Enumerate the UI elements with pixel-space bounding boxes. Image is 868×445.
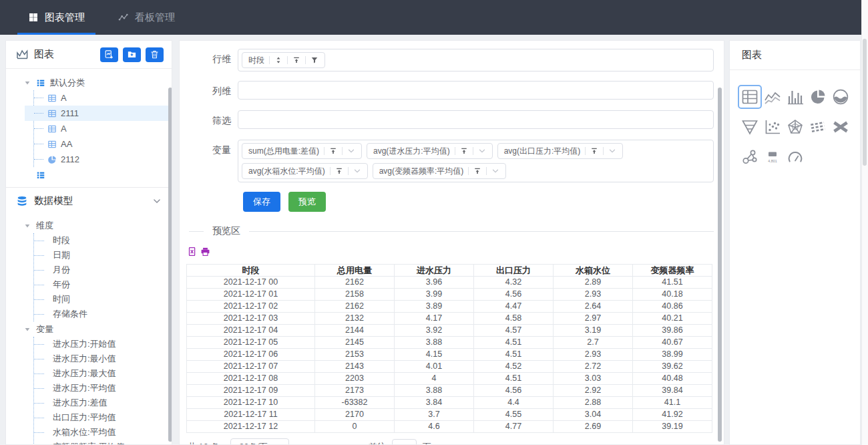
nav-tab-2[interactable]: 看板管理 — [110, 0, 183, 35]
table-cell: 40.67 — [633, 337, 712, 349]
page-scrollbar-thumb[interactable] — [863, 39, 867, 166]
measures-input[interactable]: sum(总用电量:差值)avg(进水压力:平均值)avg(出口压力:平均值)av… — [238, 140, 714, 182]
tree-category[interactable]: 默认分类 — [6, 75, 172, 90]
data-model-field[interactable]: 日期 — [34, 248, 172, 263]
center-panel-scrollbar[interactable] — [718, 88, 722, 442]
tree-item-chart[interactable]: A — [34, 121, 172, 136]
chart-tree: 默认分类A2111AAA2112 — [6, 69, 172, 182]
top-navbar: 图表管理看板管理 — [0, 0, 861, 35]
table-cell: 40.18 — [633, 289, 712, 301]
tree-item-chart[interactable]: 2112 — [34, 152, 172, 167]
data-model-field[interactable]: 存储条件 — [34, 307, 172, 321]
chart-type-table-chart[interactable] — [739, 86, 761, 108]
data-model-field[interactable]: 时间 — [34, 292, 172, 307]
current-page[interactable]: 1 — [327, 442, 332, 445]
funnel-icon[interactable] — [310, 56, 318, 64]
chart-type-cross-chart[interactable] — [830, 116, 851, 138]
chevron-down-icon[interactable] — [608, 147, 616, 155]
data-model-field[interactable]: 月份 — [34, 263, 172, 277]
caret-down-icon[interactable] — [24, 80, 31, 86]
chart-type-radar-chart[interactable] — [785, 116, 806, 138]
col-dimension-input[interactable] — [238, 81, 714, 100]
sort-icon[interactable] — [274, 56, 282, 64]
data-model-group[interactable]: 变量 — [6, 321, 172, 337]
chart-type-bar-chart[interactable] — [785, 86, 806, 108]
left-panel-scrollbar[interactable] — [168, 88, 172, 442]
page-size-select[interactable]: 30条/页 — [230, 438, 289, 445]
data-model-field[interactable]: 年份 — [34, 277, 172, 292]
data-model-field[interactable]: 时段 — [34, 233, 172, 248]
chart-type-relation-chart[interactable] — [739, 146, 761, 168]
data-model-field[interactable]: 变频器频率:平均值 — [34, 440, 172, 445]
chart-type-scatter-chart[interactable] — [762, 116, 783, 138]
data-model-field[interactable]: 进水压力:最小值 — [34, 351, 172, 366]
data-model-field[interactable]: 水箱水位:平均值 — [34, 425, 172, 440]
align-top-icon[interactable] — [590, 147, 598, 155]
chart-type-parallel-chart[interactable] — [807, 116, 829, 138]
tree-item-chart[interactable]: A — [34, 90, 172, 106]
data-model-field[interactable]: 进水压力:最大值 — [34, 366, 172, 381]
table-row: 2021-12-17 0721434.014.522.7239.62 — [187, 361, 712, 373]
print-icon[interactable] — [200, 247, 210, 257]
row-dimension-input[interactable]: 时段 — [238, 49, 714, 71]
tree-category[interactable] — [6, 167, 172, 182]
chevron-down-icon[interactable] — [353, 167, 361, 175]
goto-page-input[interactable] — [392, 439, 417, 445]
data-model-field-label: 进水压力:最小值 — [53, 353, 116, 365]
nav-tab-1[interactable]: 图表管理 — [20, 0, 93, 35]
add-folder-button[interactable] — [123, 47, 141, 62]
chart-type-line-chart[interactable] — [762, 86, 783, 108]
preview-table: 时段总用电量进水压力出口压力水箱水位变频器频率 2021-12-17 00216… — [186, 264, 712, 433]
caret-down-icon[interactable] — [24, 326, 31, 333]
filter-input[interactable] — [238, 110, 714, 129]
measure-chip[interactable]: avg(进水压力:平均值) — [367, 143, 493, 159]
table-cell: 38.99 — [633, 349, 712, 361]
measure-chip[interactable]: sum(总用电量:差值) — [242, 143, 362, 159]
data-model-field[interactable]: 出口压力:平均值 — [34, 410, 172, 425]
measure-chip[interactable]: avg(出口压力:平均值) — [497, 143, 624, 159]
preview-button[interactable]: 预览 — [288, 192, 326, 212]
data-model-field[interactable]: 进水压力:开始值 — [34, 337, 172, 351]
data-model-field[interactable]: 进水压力:平均值 — [34, 381, 172, 396]
data-model-header[interactable]: 数据模型 — [6, 187, 172, 214]
table-cell: 3.99 — [395, 289, 474, 301]
tree-item-chart[interactable]: AA — [34, 136, 172, 152]
table-row: 2021-12-17 0421443.924.573.1939.86 — [187, 325, 712, 337]
dimension-chip[interactable]: 时段 — [242, 52, 325, 68]
delete-button[interactable] — [146, 47, 164, 62]
align-top-icon[interactable] — [335, 167, 343, 175]
align-top-icon[interactable] — [329, 147, 337, 155]
table-cell: 4.17 — [395, 313, 474, 325]
chart-type-gauge-chart[interactable] — [785, 146, 806, 168]
align-top-icon[interactable] — [292, 56, 300, 64]
tree-item-chart[interactable]: 2111 — [34, 106, 172, 121]
chevron-down-icon[interactable] — [347, 147, 355, 155]
align-top-icon[interactable] — [460, 147, 468, 155]
export-toolbar — [188, 247, 724, 257]
align-top-icon[interactable] — [473, 167, 481, 175]
measure-chip[interactable]: avg(水箱水位:平均值) — [242, 163, 368, 179]
prev-page-button[interactable] — [308, 443, 316, 445]
chart-type-pie-chart[interactable] — [807, 86, 829, 108]
data-model-field[interactable]: 进水压力:差值 — [34, 396, 172, 410]
chevron-down-icon[interactable] — [478, 147, 486, 155]
data-model-field-label: 进水压力:差值 — [53, 397, 107, 409]
chart-type-card-chart[interactable]: 4,801 — [762, 146, 783, 168]
data-model-field-label: 进水压力:最大值 — [53, 367, 116, 380]
data-model-group[interactable]: 维度 — [6, 218, 172, 233]
chart-type-funnel-chart[interactable] — [739, 116, 761, 138]
chevron-down-icon[interactable] — [152, 196, 162, 206]
add-chart-button[interactable] — [100, 47, 118, 62]
measure-chip[interactable]: avg(变频器频率:平均值) — [373, 163, 507, 179]
page-scrollbar[interactable] — [861, 0, 868, 445]
data-model-field-label: 水箱水位:平均值 — [53, 426, 116, 438]
chevron-down-icon[interactable] — [491, 167, 499, 175]
data-model-field-label: 日期 — [53, 249, 70, 261]
next-page-button[interactable] — [343, 443, 351, 445]
excel-export-icon[interactable] — [188, 247, 198, 257]
chip-label: avg(进水压力:平均值) — [373, 146, 450, 157]
save-button[interactable]: 保存 — [243, 192, 280, 212]
radar-chart-icon — [787, 118, 804, 136]
caret-down-icon[interactable] — [24, 222, 31, 229]
chart-type-liquid-chart[interactable] — [830, 86, 851, 108]
